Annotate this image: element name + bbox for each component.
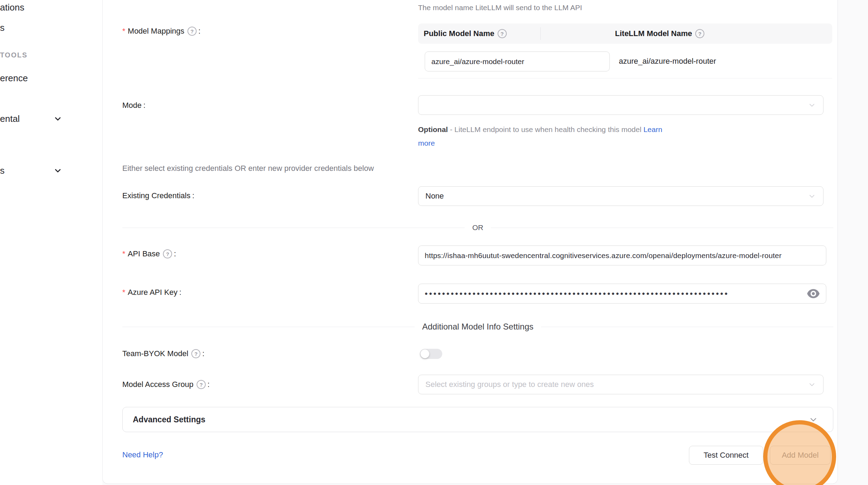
azure-api-key-input[interactable]: ••••••••••••••••••••••••••••••••••••••••…: [418, 284, 826, 304]
sidebar-item-label: s: [0, 22, 5, 33]
label-colon: :: [202, 349, 204, 358]
sidebar-item-s2[interactable]: s: [0, 165, 5, 176]
model-mappings-label: * Model Mappings ? :: [122, 27, 200, 36]
litellm-model-name-value: azure_ai/azure-model-router: [619, 44, 716, 78]
additional-model-info-divider-text: Additional Model Info Settings: [415, 322, 541, 332]
eye-icon[interactable]: [806, 289, 820, 299]
label-colon: :: [174, 249, 176, 258]
sidebar-item-label: s: [0, 165, 5, 176]
public-model-name-header: Public Model Name ?: [418, 29, 615, 38]
existing-credentials-label: Existing Credentials :: [122, 191, 194, 200]
azure-api-key-label: * Azure API Key :: [122, 288, 182, 297]
question-circle-icon[interactable]: ?: [197, 380, 206, 389]
advanced-settings-panel[interactable]: Advanced Settings: [122, 407, 833, 432]
model-mappings-table-header: Public Model Name ? LiteLLM Model Name ?: [418, 23, 832, 44]
toggle-knob: [421, 349, 429, 358]
chevron-down-icon: [808, 101, 816, 109]
existing-credentials-select[interactable]: None: [418, 186, 823, 206]
sidebar-item-s1[interactable]: s: [0, 22, 5, 33]
advanced-settings-label: Advanced Settings: [133, 415, 205, 424]
credentials-note: Either select existing credentials OR en…: [122, 164, 374, 173]
api-base-input[interactable]: [418, 245, 826, 265]
label-colon: :: [198, 27, 200, 36]
mode-select[interactable]: [418, 95, 823, 115]
team-byok-label: Team-BYOK Model ? :: [122, 349, 204, 358]
model-access-group-label: Model Access Group ? :: [122, 380, 210, 389]
model-access-group-placeholder: Select existing groups or type to create…: [425, 380, 594, 389]
or-divider: OR: [122, 221, 833, 235]
team-byok-toggle[interactable]: [420, 349, 442, 359]
question-circle-icon[interactable]: ?: [187, 27, 197, 36]
sidebar-section-tools: TOOLS: [0, 51, 28, 59]
model-mappings-table-row: azure_ai/azure-model-router: [418, 44, 832, 78]
question-circle-icon[interactable]: ?: [163, 249, 172, 258]
chevron-down-icon: [808, 192, 816, 200]
existing-credentials-value: None: [425, 192, 444, 201]
need-help-link[interactable]: Need Help?: [122, 450, 163, 459]
required-mark: *: [122, 288, 125, 297]
model-access-group-select[interactable]: Select existing groups or type to create…: [418, 375, 823, 394]
model-name-hint: The model name LiteLLM will send to the …: [418, 4, 582, 12]
mode-help-text: Optional - LiteLLM endpoint to use when …: [418, 123, 681, 150]
mode-label: Mode :: [122, 101, 145, 110]
sidebar-item-label: ental: [0, 113, 20, 124]
sidebar: ations s TOOLS erence ental s: [0, 0, 102, 485]
add-model-page: ations s TOOLS erence ental s The model …: [0, 0, 868, 485]
litellm-model-name-header: LiteLLM Model Name ?: [615, 29, 704, 38]
required-mark: *: [122, 249, 125, 258]
label-colon: :: [192, 191, 194, 200]
question-circle-icon[interactable]: ?: [191, 349, 200, 358]
chevron-down-icon: [808, 380, 816, 389]
table-header-divider: [540, 27, 541, 40]
api-base-label: * API Base ? :: [122, 249, 176, 258]
sidebar-item-label: ations: [0, 2, 24, 13]
chevron-down-icon: [808, 415, 818, 424]
masked-api-key-value: ••••••••••••••••••••••••••••••••••••••••…: [425, 284, 801, 303]
chevron-down-icon[interactable]: [53, 114, 62, 125]
label-colon: :: [179, 288, 181, 297]
label-colon: :: [143, 101, 145, 110]
or-divider-text: OR: [465, 223, 491, 232]
sidebar-item-ental[interactable]: ental: [0, 113, 20, 124]
test-connect-button[interactable]: Test Connect: [689, 446, 763, 465]
sidebar-item-ations[interactable]: ations: [0, 2, 24, 13]
public-model-name-input[interactable]: [425, 51, 610, 71]
label-colon: :: [207, 380, 210, 389]
chevron-down-icon[interactable]: [53, 166, 62, 176]
question-circle-icon[interactable]: ?: [695, 29, 704, 38]
add-model-button[interactable]: Add Model: [770, 446, 831, 465]
sidebar-item-label: erence: [0, 73, 28, 83]
sidebar-item-erence[interactable]: erence: [0, 73, 28, 84]
required-mark: *: [122, 27, 125, 36]
question-circle-icon[interactable]: ?: [498, 29, 507, 38]
additional-model-info-divider: Additional Model Info Settings: [122, 320, 833, 334]
